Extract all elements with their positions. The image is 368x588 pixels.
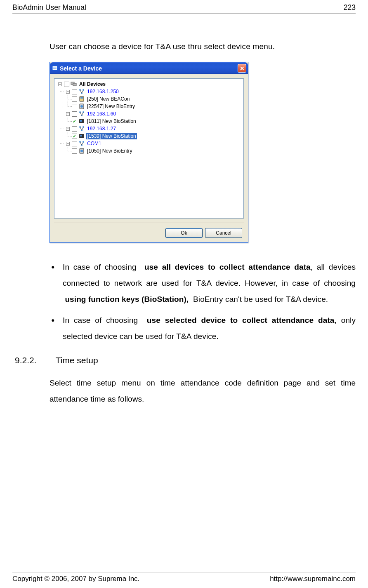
- network-hub-icon: [78, 111, 85, 117]
- svg-rect-1: [53, 68, 57, 68]
- tree-item[interactable]: [1050] New BioEntry: [56, 147, 242, 155]
- device-tree[interactable]: − All Devices − 192.168.1.250 [250] New …: [54, 78, 244, 219]
- bioentry-icon: [78, 148, 85, 154]
- biostation-icon: [78, 133, 85, 139]
- dialog-button-panel: Ok Cancel: [54, 223, 244, 238]
- tree-item-label: [250] New BEACon: [86, 96, 130, 102]
- checkbox[interactable]: [72, 96, 77, 102]
- svg-rect-7: [80, 96, 84, 101]
- tree-item[interactable]: [1539] New BioStation: [56, 132, 242, 140]
- bullet-item: In case of choosing use all devices to c…: [50, 259, 356, 308]
- network-hub-icon: [78, 140, 85, 147]
- section-number: 9.2.2.: [15, 355, 37, 365]
- tree-item[interactable]: − 192.168.1.27: [56, 125, 242, 132]
- root-checkbox[interactable]: [64, 82, 69, 87]
- tree-item-label: 192.168.1.27: [86, 125, 117, 132]
- section-title: Time setup: [56, 355, 98, 365]
- checkbox[interactable]: [72, 89, 77, 94]
- dialog-titlebar[interactable]: Select a Device ✕: [50, 62, 248, 74]
- tree-item[interactable]: [250] New BEACon: [56, 95, 242, 103]
- tree-item[interactable]: [22547] New BioEntry: [56, 103, 242, 110]
- tree-item-label: 192.168.1.60: [86, 111, 117, 117]
- checkbox[interactable]: [72, 119, 77, 124]
- computers-icon: [71, 81, 77, 87]
- main-content: User can choose a device for T&A use thr…: [0, 14, 368, 407]
- section-heading: 9.2.2. Time setup: [12, 355, 356, 365]
- svg-rect-20: [80, 135, 82, 136]
- close-icon: ✕: [240, 66, 245, 71]
- dialog-title: Select a Device: [60, 65, 102, 72]
- tree-item-label: [1811] New BioStation: [86, 118, 137, 125]
- checkbox[interactable]: [72, 148, 77, 154]
- checkbox[interactable]: [72, 111, 77, 117]
- header-page-number: 223: [344, 3, 356, 12]
- tree-item-label: 192.168.1.250: [86, 88, 120, 95]
- checkbox[interactable]: [72, 141, 77, 146]
- bioentry-icon: [78, 103, 85, 110]
- tree-item-label: [1539] New BioStation: [86, 133, 137, 139]
- select-device-dialog: Select a Device ✕ − All Devices − 192.16…: [50, 62, 248, 243]
- bullet-list: In case of choosing use all devices to c…: [50, 259, 356, 345]
- device-icon: [78, 96, 85, 102]
- footer-url: http://www.supremainc.com: [270, 575, 356, 583]
- tree-item[interactable]: − 192.168.1.250: [56, 88, 242, 95]
- tree-item-label: [1050] New BioEntry: [86, 148, 133, 154]
- checkbox[interactable]: [72, 104, 77, 109]
- intro-paragraph: User can choose a device for T&A use thr…: [50, 42, 356, 51]
- tree-item[interactable]: − 192.168.1.60: [56, 110, 242, 118]
- ok-button[interactable]: Ok: [165, 228, 203, 238]
- page-header: BioAdmin User Manual 223: [0, 0, 368, 14]
- network-hub-icon: [78, 88, 85, 95]
- svg-rect-15: [80, 120, 82, 122]
- cancel-button[interactable]: Cancel: [205, 228, 242, 238]
- footer-divider: [12, 572, 356, 572]
- header-title: BioAdmin User Manual: [12, 3, 86, 12]
- svg-point-25: [80, 150, 83, 152]
- tree-item[interactable]: − COM1: [56, 140, 242, 147]
- footer-copyright: Copyright © 2006, 2007 by Suprema Inc.: [12, 575, 139, 583]
- tree-root-label: All Devices: [78, 81, 106, 87]
- svg-rect-8: [80, 97, 83, 99]
- page-footer: Copyright © 2006, 2007 by Suprema Inc. h…: [12, 575, 356, 583]
- bullet-item: In case of choosing use selected device …: [50, 313, 356, 345]
- checkbox[interactable]: [72, 126, 77, 132]
- svg-point-10: [80, 105, 83, 108]
- tree-item[interactable]: [1811] New BioStation: [56, 118, 242, 125]
- tree-item-label: [22547] New BioEntry: [86, 103, 136, 110]
- checkbox[interactable]: [72, 134, 77, 139]
- tree-root[interactable]: − All Devices: [56, 80, 242, 88]
- network-hub-icon: [78, 125, 85, 132]
- section-body: Select time setup menu on time attendanc…: [50, 375, 356, 407]
- svg-rect-3: [73, 83, 76, 86]
- biostation-icon: [78, 118, 85, 125]
- dialog-icon: [52, 65, 58, 72]
- tree-item-label: COM1: [86, 140, 102, 147]
- close-button[interactable]: ✕: [238, 64, 246, 73]
